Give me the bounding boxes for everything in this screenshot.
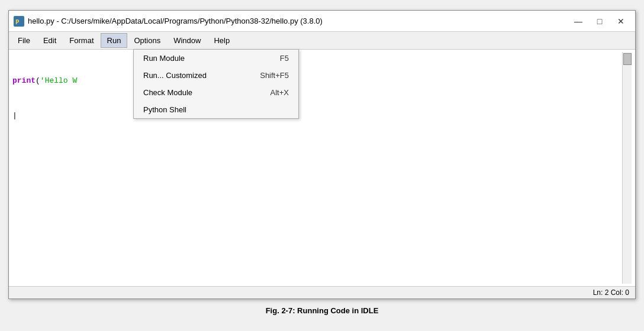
- run-customized-label: Run... Customized: [143, 71, 207, 80]
- code-string: 'Hello W: [40, 76, 77, 85]
- check-module-shortcut: Alt+X: [271, 88, 289, 97]
- check-module-item[interactable]: Check Module Alt+X: [134, 84, 298, 101]
- code-line-1: print('Hello W: [12, 75, 622, 87]
- menu-edit[interactable]: Edit: [37, 33, 63, 48]
- cursor-position: Ln: 2 Col: 0: [593, 288, 629, 297]
- window-controls: — □ ✕: [569, 14, 630, 28]
- minimize-button[interactable]: —: [569, 14, 588, 28]
- run-module-shortcut: F5: [280, 54, 289, 63]
- run-customized-item[interactable]: Run... Customized Shift+F5: [134, 67, 298, 84]
- menu-options[interactable]: Options: [127, 33, 167, 48]
- menu-format[interactable]: Format: [63, 33, 100, 48]
- menu-file[interactable]: File: [11, 33, 37, 48]
- svg-text:P: P: [15, 18, 20, 26]
- menu-bar: File Edit Format Run Options Window Help…: [9, 32, 635, 50]
- python-shell-item[interactable]: Python Shell: [134, 101, 298, 118]
- vertical-scrollbar[interactable]: [622, 52, 632, 284]
- python-shell-label: Python Shell: [143, 105, 186, 114]
- scrollbar-thumb[interactable]: [623, 53, 632, 65]
- keyword-print: print: [12, 76, 36, 85]
- code-paren-open: (: [36, 76, 40, 85]
- code-line-2: |: [12, 110, 622, 122]
- editor-area[interactable]: print('Hello W |: [9, 50, 635, 286]
- code-content: print('Hello W |: [12, 52, 622, 284]
- window-title: hello.py - C:/Users/mike/AppData/Local/P…: [28, 17, 569, 25]
- status-bar: Ln: 2 Col: 0: [9, 286, 635, 298]
- figure-caption: Fig. 2-7: Running Code in IDLE: [266, 306, 379, 315]
- app-icon: P: [14, 16, 24, 27]
- run-customized-shortcut: Shift+F5: [260, 71, 289, 80]
- run-module-item[interactable]: Run Module F5: [134, 50, 298, 67]
- close-button[interactable]: ✕: [611, 14, 630, 28]
- menu-help[interactable]: Help: [207, 33, 236, 48]
- title-bar: P hello.py - C:/Users/mike/AppData/Local…: [9, 11, 635, 32]
- menu-window[interactable]: Window: [167, 33, 207, 48]
- run-dropdown: Run Module F5 Run... Customized Shift+F5…: [133, 49, 299, 119]
- maximize-button[interactable]: □: [590, 14, 609, 28]
- ide-window: P hello.py - C:/Users/mike/AppData/Local…: [8, 10, 636, 299]
- menu-run[interactable]: Run: [101, 33, 128, 48]
- check-module-label: Check Module: [143, 88, 192, 97]
- run-module-label: Run Module: [143, 54, 185, 63]
